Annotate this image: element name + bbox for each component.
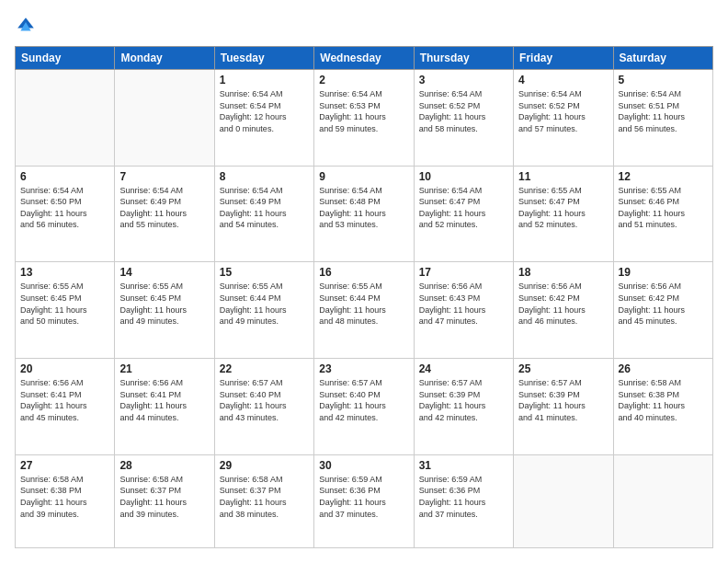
day-cell: 4Sunrise: 6:54 AM Sunset: 6:52 PM Daylig… [514,70,613,167]
day-info: Sunrise: 6:57 AM Sunset: 6:39 PM Dayligh… [419,377,508,423]
day-cell: 25Sunrise: 6:57 AM Sunset: 6:39 PM Dayli… [514,359,613,455]
day-cell [115,70,214,167]
header [15,15,713,37]
day-info: Sunrise: 6:54 AM Sunset: 6:50 PM Dayligh… [20,185,109,231]
day-cell: 13Sunrise: 6:55 AM Sunset: 6:45 PM Dayli… [16,262,115,359]
day-info: Sunrise: 6:55 AM Sunset: 6:45 PM Dayligh… [119,281,209,327]
day-number: 6 [20,170,109,183]
col-header-thursday: Thursday [414,47,513,70]
day-number: 12 [619,170,708,183]
day-cell: 9Sunrise: 6:54 AM Sunset: 6:48 PM Daylig… [314,166,414,262]
logo [15,15,40,37]
week-row-4: 20Sunrise: 6:56 AM Sunset: 6:41 PM Dayli… [16,359,713,455]
day-number: 16 [319,266,408,279]
day-info: Sunrise: 6:55 AM Sunset: 6:45 PM Dayligh… [20,281,109,327]
day-info: Sunrise: 6:56 AM Sunset: 6:41 PM Dayligh… [20,377,109,423]
day-info: Sunrise: 6:58 AM Sunset: 6:37 PM Dayligh… [220,474,309,520]
day-number: 10 [419,170,508,183]
day-cell: 5Sunrise: 6:54 AM Sunset: 6:51 PM Daylig… [613,70,712,167]
week-row-5: 27Sunrise: 6:58 AM Sunset: 6:38 PM Dayli… [16,454,713,547]
day-number: 9 [319,170,408,183]
day-info: Sunrise: 6:59 AM Sunset: 6:36 PM Dayligh… [319,474,408,520]
day-cell: 12Sunrise: 6:55 AM Sunset: 6:46 PM Dayli… [613,166,712,262]
col-header-sunday: Sunday [16,47,115,70]
day-number: 30 [319,459,408,472]
day-cell [613,454,712,547]
day-number: 1 [220,74,309,86]
day-info: Sunrise: 6:55 AM Sunset: 6:44 PM Dayligh… [220,281,309,327]
day-number: 19 [619,266,708,279]
day-number: 25 [518,362,608,375]
day-number: 8 [220,170,309,183]
day-cell: 30Sunrise: 6:59 AM Sunset: 6:36 PM Dayli… [314,454,414,547]
day-info: Sunrise: 6:54 AM Sunset: 6:53 PM Dayligh… [319,88,408,134]
day-number: 13 [20,266,109,279]
day-cell: 22Sunrise: 6:57 AM Sunset: 6:40 PM Dayli… [214,359,313,455]
day-cell: 2Sunrise: 6:54 AM Sunset: 6:53 PM Daylig… [314,70,414,167]
day-info: Sunrise: 6:54 AM Sunset: 6:47 PM Dayligh… [419,185,508,231]
day-cell: 7Sunrise: 6:54 AM Sunset: 6:49 PM Daylig… [115,166,214,262]
day-info: Sunrise: 6:54 AM Sunset: 6:49 PM Dayligh… [220,185,309,231]
day-cell: 15Sunrise: 6:55 AM Sunset: 6:44 PM Dayli… [214,262,313,359]
day-number: 11 [518,170,608,183]
day-info: Sunrise: 6:57 AM Sunset: 6:40 PM Dayligh… [319,377,408,423]
day-number: 7 [119,170,209,183]
day-number: 5 [619,74,708,86]
day-cell: 29Sunrise: 6:58 AM Sunset: 6:37 PM Dayli… [214,454,313,547]
day-cell: 14Sunrise: 6:55 AM Sunset: 6:45 PM Dayli… [115,262,214,359]
day-number: 23 [319,362,408,375]
day-number: 28 [119,459,209,472]
col-header-wednesday: Wednesday [314,47,414,70]
day-cell: 23Sunrise: 6:57 AM Sunset: 6:40 PM Dayli… [314,359,414,455]
day-cell: 28Sunrise: 6:58 AM Sunset: 6:37 PM Dayli… [115,454,214,547]
week-row-2: 6Sunrise: 6:54 AM Sunset: 6:50 PM Daylig… [16,166,713,262]
day-number: 17 [419,266,508,279]
day-number: 26 [619,362,708,375]
day-number: 29 [220,459,309,472]
day-number: 20 [20,362,109,375]
day-info: Sunrise: 6:57 AM Sunset: 6:40 PM Dayligh… [220,377,309,423]
col-header-tuesday: Tuesday [214,47,313,70]
day-info: Sunrise: 6:56 AM Sunset: 6:42 PM Dayligh… [518,281,608,327]
day-cell: 21Sunrise: 6:56 AM Sunset: 6:41 PM Dayli… [115,359,214,455]
day-cell [16,70,115,167]
day-number: 18 [518,266,608,279]
day-info: Sunrise: 6:59 AM Sunset: 6:36 PM Dayligh… [419,474,508,520]
col-header-friday: Friday [514,47,613,70]
col-header-monday: Monday [115,47,214,70]
day-cell: 6Sunrise: 6:54 AM Sunset: 6:50 PM Daylig… [16,166,115,262]
day-number: 3 [419,74,508,86]
day-number: 15 [220,266,309,279]
day-info: Sunrise: 6:54 AM Sunset: 6:51 PM Dayligh… [619,88,708,134]
day-cell: 3Sunrise: 6:54 AM Sunset: 6:52 PM Daylig… [414,70,513,167]
day-info: Sunrise: 6:55 AM Sunset: 6:44 PM Dayligh… [319,281,408,327]
day-info: Sunrise: 6:54 AM Sunset: 6:52 PM Dayligh… [419,88,508,134]
day-cell: 11Sunrise: 6:55 AM Sunset: 6:47 PM Dayli… [514,166,613,262]
day-number: 27 [20,459,109,472]
day-number: 21 [119,362,209,375]
day-cell: 16Sunrise: 6:55 AM Sunset: 6:44 PM Dayli… [314,262,414,359]
col-header-saturday: Saturday [613,47,712,70]
day-cell: 24Sunrise: 6:57 AM Sunset: 6:39 PM Dayli… [414,359,513,455]
day-info: Sunrise: 6:56 AM Sunset: 6:43 PM Dayligh… [419,281,508,327]
day-info: Sunrise: 6:54 AM Sunset: 6:49 PM Dayligh… [119,185,209,231]
week-row-3: 13Sunrise: 6:55 AM Sunset: 6:45 PM Dayli… [16,262,713,359]
day-cell: 27Sunrise: 6:58 AM Sunset: 6:38 PM Dayli… [16,454,115,547]
day-info: Sunrise: 6:56 AM Sunset: 6:41 PM Dayligh… [119,377,209,423]
day-cell: 1Sunrise: 6:54 AM Sunset: 6:54 PM Daylig… [214,70,313,167]
day-cell: 26Sunrise: 6:58 AM Sunset: 6:38 PM Dayli… [613,359,712,455]
day-info: Sunrise: 6:55 AM Sunset: 6:47 PM Dayligh… [518,185,608,231]
day-info: Sunrise: 6:58 AM Sunset: 6:38 PM Dayligh… [20,474,109,520]
day-info: Sunrise: 6:55 AM Sunset: 6:46 PM Dayligh… [619,185,708,231]
day-info: Sunrise: 6:56 AM Sunset: 6:42 PM Dayligh… [619,281,708,327]
week-row-1: 1Sunrise: 6:54 AM Sunset: 6:54 PM Daylig… [16,70,713,167]
day-cell: 20Sunrise: 6:56 AM Sunset: 6:41 PM Dayli… [16,359,115,455]
day-number: 4 [518,74,608,86]
day-number: 24 [419,362,508,375]
day-info: Sunrise: 6:57 AM Sunset: 6:39 PM Dayligh… [518,377,608,423]
day-info: Sunrise: 6:54 AM Sunset: 6:48 PM Dayligh… [319,185,408,231]
day-info: Sunrise: 6:58 AM Sunset: 6:37 PM Dayligh… [119,474,209,520]
day-number: 22 [220,362,309,375]
header-row: SundayMondayTuesdayWednesdayThursdayFrid… [16,47,713,70]
day-info: Sunrise: 6:54 AM Sunset: 6:52 PM Dayligh… [518,88,608,134]
